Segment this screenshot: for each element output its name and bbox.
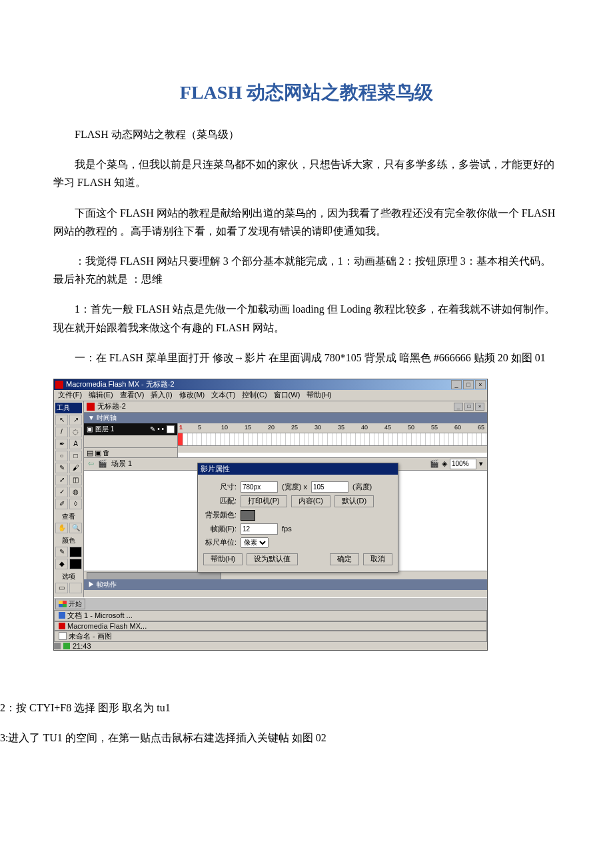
stroke-swatch[interactable] [69,547,82,557]
menu-insert[interactable]: 插入(I) [151,390,172,400]
zoom-field[interactable] [450,459,476,469]
scene-icon: 🎬 [98,459,107,468]
match-label: 匹配: [203,496,237,506]
eyedropper-tool-icon[interactable]: ✐ [55,499,68,509]
match-default-button[interactable]: 默认(D) [334,495,374,507]
fps-field[interactable] [241,523,278,535]
match-printer-button[interactable]: 打印机(P) [241,495,287,507]
app-icon [55,381,63,389]
fill-swatch[interactable] [69,559,82,569]
tools-label: 工具 [55,403,82,413]
page-title: FLASH 动态网站之教程菜鸟级 [53,80,560,105]
size-label: 尺寸: [203,482,237,492]
lasso-tool-icon[interactable]: ◌ [69,427,82,437]
set-default-button[interactable]: 设为默认值 [247,553,298,565]
pencil-tool-icon[interactable]: ✎ [55,463,68,473]
option-icon[interactable] [69,583,82,593]
zoom-dropdown-icon[interactable]: ▾ [479,459,483,468]
paragraph: 下面这个 FLASH 网站的教程是献给刚出道的菜鸟的，因为我看了些教程还没有完全… [53,204,560,240]
ruler-unit-select[interactable]: 像素 [241,537,269,548]
brush-tool-icon[interactable]: 🖌 [69,463,82,473]
close-button[interactable]: × [475,380,486,389]
back-icon[interactable]: ⇦ [88,459,94,468]
bucket-tool-icon[interactable]: ◍ [69,487,82,497]
timeline-frames[interactable] [178,433,487,445]
keyframe-1[interactable] [178,433,183,445]
tray-icon[interactable] [54,643,61,649]
menu-view[interactable]: 查看(V) [120,390,145,400]
menu-file[interactable]: 文件(F) [58,390,82,400]
menu-edit[interactable]: 编辑(E) [89,390,113,400]
match-content-button[interactable]: 内容(C) [291,495,330,507]
paragraph: ：我觉得 FLASH 网站只要理解 3 个部分基本就能完成，1：动画基础 2：按… [53,252,560,288]
doc-close-button[interactable]: × [475,403,484,411]
taskbar-item-flash[interactable]: Macromedia Flash MX... [54,621,487,631]
text-tool-icon[interactable]: A [69,439,82,449]
actions-panel-header[interactable]: ▶ 帧动作 [84,579,487,590]
option-icon[interactable]: ▭ [55,583,68,593]
width-field[interactable] [241,481,278,493]
tools-panel: 工具 ↖↗ /◌ ✒A ○□ ✎🖌 ⤢◫ ✓◍ ✐◊ 查看 ✋🔍 颜色 ✎ [54,401,84,597]
edit-scene-icon[interactable]: 🎬 [430,459,439,468]
movie-properties-dialog: 影片属性 尺寸: (宽度) x (高度) 匹配: 打印 [197,463,398,573]
flash-screenshot: Macromedia Flash MX - 无标题-2 _ □ × 文件(F) … [53,379,488,651]
stage: 影片属性 尺寸: (宽度) x (高度) 匹配: 打印 [84,471,487,571]
pen-tool-icon[interactable]: ✒ [55,439,68,449]
minimize-button[interactable]: _ [451,380,462,389]
scene-label: 场景 1 [111,459,132,469]
height-field[interactable] [311,481,348,493]
doc-maximize-button[interactable]: □ [464,403,474,411]
menu-bar: 文件(F) 编辑(E) 查看(V) 插入(I) 修改(M) 文本(T) 控制(C… [54,390,487,401]
eraser-tool-icon[interactable]: ◊ [69,499,82,509]
width-after: (宽度) x [282,482,307,492]
document-tab: 无标题-2 _ □ × [84,401,487,413]
paragraph: 一：在 FLASH 菜单里面打开 修改→影片 在里面调成 780*105 背景成… [53,349,560,367]
menu-modify[interactable]: 修改(M) [179,390,205,400]
rect-tool-icon[interactable]: □ [69,451,82,461]
view-label: 查看 [55,512,82,521]
start-button[interactable]: 开始 [55,599,85,609]
layer-name: 图层 1 [95,425,114,434]
app-title: Macromedia Flash MX - 无标题-2 [66,379,175,389]
ok-button[interactable]: 确定 [330,553,359,565]
add-folder-icon[interactable]: ▣ [95,449,101,457]
fill-transform-tool-icon[interactable]: ◫ [69,475,82,485]
menu-text[interactable]: 文本(T) [211,390,235,400]
color-label: 颜色 [55,536,82,545]
start-label: 开始 [69,599,82,609]
menu-help[interactable]: 帮助(H) [306,390,331,400]
oval-tool-icon[interactable]: ○ [55,451,68,461]
add-layer-icon[interactable]: ▤ [87,449,93,457]
subselect-tool-icon[interactable]: ↗ [69,415,82,425]
doc-minimize-button[interactable]: _ [454,403,463,411]
edit-symbol-icon[interactable]: ◈ [442,459,447,468]
ruler-unit-label: 标尺单位: [203,537,237,547]
layer-row[interactable]: ▣ 图层 1 ✎ • • [84,423,177,435]
maximize-button[interactable]: □ [463,380,474,389]
delete-layer-icon[interactable]: 🗑 [103,449,110,457]
menu-control[interactable]: 控制(C) [242,390,267,400]
bg-color-swatch[interactable] [241,510,255,521]
option-label: 选项 [55,572,82,581]
doc-icon [87,403,95,411]
timeline-scrollbar[interactable] [178,445,487,453]
stroke-color-icon[interactable]: ✎ [55,547,68,557]
taskbar: 开始 [54,597,487,610]
zoom-tool-icon[interactable]: 🔍 [69,523,82,533]
cancel-button[interactable]: 取消 [363,553,392,565]
taskbar-item-paint[interactable]: 未命名 - 画图 [54,631,487,642]
tray-icon[interactable] [63,643,70,649]
paragraph: 我是个菜鸟，但我以前是只连菜鸟都不如的家伙，只想告诉大家，只有多学多练，多尝试，… [53,155,560,191]
help-button[interactable]: 帮助(H) [203,553,243,565]
line-tool-icon[interactable]: / [55,427,68,437]
paragraph: 3:进入了 TU1 的空间，在第一贴点击鼠标右建选择插入关键帖 如图 02 [0,729,613,747]
taskbar-item-word[interactable]: 文档 1 - Microsoft ... [54,610,487,621]
ink-tool-icon[interactable]: ✓ [55,487,68,497]
timeline-header[interactable]: ▼ 时间轴 [84,413,487,423]
arrow-tool-icon[interactable]: ↖ [55,415,68,425]
menu-window[interactable]: 窗口(W) [274,390,301,400]
dialog-title: 影片属性 [198,463,398,475]
fill-color-icon[interactable]: ◆ [55,559,68,569]
hand-tool-icon[interactable]: ✋ [55,523,68,533]
transform-tool-icon[interactable]: ⤢ [55,475,68,485]
